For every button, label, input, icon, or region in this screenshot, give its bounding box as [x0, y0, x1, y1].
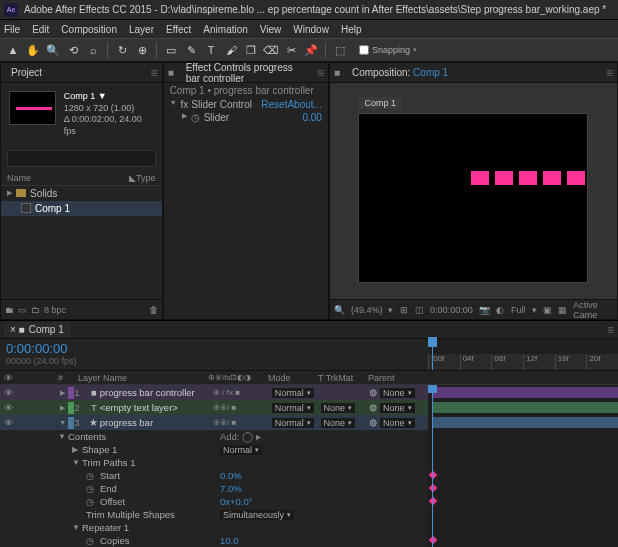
prop-value[interactable]: 0.0%: [220, 470, 242, 481]
channel-icon[interactable]: ◐: [496, 304, 505, 316]
stopwatch-icon[interactable]: ◷: [86, 536, 96, 546]
layer-row[interactable]: 👁 ▶ 1 ■ progress bar controller ⊕ / fx ■…: [0, 385, 428, 400]
col-mode[interactable]: Mode: [268, 373, 318, 383]
project-search-input[interactable]: [7, 150, 156, 167]
bpc-toggle[interactable]: 8 bpc: [44, 305, 66, 315]
resolution-dropdown[interactable]: Full: [511, 305, 526, 315]
tms-dropdown[interactable]: Simultaneously: [220, 510, 294, 520]
snapshot-icon[interactable]: 📷: [479, 304, 490, 316]
prop-group[interactable]: ▼Trim Paths 1: [0, 456, 428, 469]
col-type[interactable]: Type: [136, 173, 156, 183]
mode-dropdown[interactable]: Normal: [272, 388, 314, 398]
timeline-ruler[interactable]: :00f04f08f12f16f20f: [428, 339, 618, 370]
roi-icon[interactable]: ▣: [543, 304, 552, 316]
prop-group[interactable]: ▼Repeater 1: [0, 521, 428, 534]
prop-offset[interactable]: ◷Offset0x+0.0°: [0, 495, 428, 508]
camera-dropdown[interactable]: Active Came: [573, 300, 613, 320]
menubar[interactable]: File Edit Composition Layer Effect Anima…: [0, 20, 618, 38]
shape-mode-dropdown[interactable]: Normal: [220, 445, 262, 455]
col-parent[interactable]: Parent: [368, 373, 428, 383]
layer-list[interactable]: 👁 ▶ 1 ■ progress bar controller ⊕ / fx ■…: [0, 385, 428, 547]
parent-dropdown[interactable]: None: [380, 388, 415, 398]
panel-menu-icon[interactable]: ≡: [317, 66, 324, 80]
effect-reset[interactable]: Reset: [261, 99, 287, 110]
keyframe-icon[interactable]: [429, 471, 437, 479]
eraser-tool-icon[interactable]: ⌫: [262, 41, 280, 59]
interpret-icon[interactable]: 🖿: [5, 305, 14, 315]
comp-chip[interactable]: Comp 1: [358, 97, 402, 109]
prop-value[interactable]: 10.0: [220, 535, 239, 546]
selection-tool-icon[interactable]: ▲: [4, 41, 22, 59]
col-trkmat[interactable]: T TrkMat: [318, 373, 368, 383]
text-tool-icon[interactable]: T: [202, 41, 220, 59]
menu-help[interactable]: Help: [341, 24, 362, 35]
timeline-tab[interactable]: × ■ Comp 1: [4, 322, 70, 337]
camera-tool-icon[interactable]: ⌕: [84, 41, 102, 59]
comp-thumbnail[interactable]: [9, 91, 56, 125]
trkmat-dropdown[interactable]: None: [321, 418, 356, 428]
prop-end[interactable]: ◷End7.0%: [0, 482, 428, 495]
transparency-icon[interactable]: ▦: [558, 304, 567, 316]
col-name[interactable]: Name: [7, 173, 129, 183]
mode-dropdown[interactable]: Normal: [272, 403, 314, 413]
parent-dropdown[interactable]: None: [380, 403, 415, 413]
playhead[interactable]: [432, 339, 433, 370]
effect-lock-icon[interactable]: ■: [168, 67, 174, 78]
hand-tool-icon[interactable]: ✋: [24, 41, 42, 59]
col-type-icon[interactable]: ◣: [129, 173, 136, 183]
magnify-icon[interactable]: 🔍: [334, 304, 345, 316]
brush-tool-icon[interactable]: 🖌: [222, 41, 240, 59]
stopwatch-icon[interactable]: ◷: [86, 484, 96, 494]
timeline-tracks[interactable]: [428, 385, 618, 547]
composition-canvas[interactable]: [358, 113, 588, 283]
effect-controls-tab[interactable]: Effect Controls progress bar controller: [180, 60, 311, 86]
time-display[interactable]: 0:00:00:00: [430, 305, 473, 315]
roto-tool-icon[interactable]: ✂: [282, 41, 300, 59]
layer-row[interactable]: 👁 ▶ 2 T <empty text layer> ⊕※/ ■ Normal …: [0, 400, 428, 415]
rotate-tool-icon[interactable]: ↻: [113, 41, 131, 59]
effect-about[interactable]: About...: [287, 99, 321, 110]
menu-effect[interactable]: Effect: [166, 24, 191, 35]
project-items[interactable]: ▶ Solids Comp 1: [1, 186, 162, 299]
grid-icon[interactable]: ⊞: [399, 304, 408, 316]
prop-group[interactable]: ▶Shape 1Normal: [0, 443, 428, 456]
menu-layer[interactable]: Layer: [129, 24, 154, 35]
mode-dropdown[interactable]: Normal: [272, 418, 314, 428]
rect-tool-icon[interactable]: ▭: [162, 41, 180, 59]
orbit-tool-icon[interactable]: ⟲: [64, 41, 82, 59]
prop-value[interactable]: 0x+0.0°: [220, 496, 253, 507]
project-item-folder[interactable]: ▶ Solids: [1, 186, 162, 201]
zoom-tool-icon[interactable]: 🔍: [44, 41, 62, 59]
keyframe-icon[interactable]: [429, 497, 437, 505]
panel-menu-icon[interactable]: ≡: [607, 323, 614, 337]
mask-icon[interactable]: ◫: [415, 304, 424, 316]
fx-badge-icon[interactable]: fx: [181, 99, 189, 110]
menu-composition[interactable]: Composition: [61, 24, 117, 35]
menu-animation[interactable]: Animation: [203, 24, 247, 35]
menu-view[interactable]: View: [260, 24, 282, 35]
slider-param-value[interactable]: 0.00: [302, 112, 321, 123]
clone-tool-icon[interactable]: ❐: [242, 41, 260, 59]
panel-menu-icon[interactable]: ≡: [151, 66, 158, 80]
stopwatch-icon[interactable]: ◷: [86, 497, 96, 507]
prop-copies[interactable]: ◷Copies10.0: [0, 534, 428, 547]
prop-group[interactable]: ▼ContentsAdd: ◯ ▸: [0, 430, 428, 443]
menu-file[interactable]: File: [4, 24, 20, 35]
prop-tms[interactable]: Trim Multiple ShapesSimultaneously: [0, 508, 428, 521]
new-folder-icon[interactable]: 🗀: [31, 305, 40, 315]
composition-tab[interactable]: Composition: Comp 1: [346, 65, 454, 80]
pen-tool-icon[interactable]: ✎: [182, 41, 200, 59]
comp-lock-icon[interactable]: ■: [334, 67, 340, 78]
local-axis-icon[interactable]: ⬚: [331, 41, 349, 59]
effect-name[interactable]: Slider Control: [191, 99, 253, 110]
menu-edit[interactable]: Edit: [32, 24, 49, 35]
keyframe-icon[interactable]: [429, 484, 437, 492]
trkmat-dropdown[interactable]: None: [321, 403, 356, 413]
col-layer-name[interactable]: Layer Name: [78, 373, 208, 383]
playhead-line[interactable]: [432, 385, 433, 547]
keyframe-icon[interactable]: [429, 536, 437, 544]
zoom-value[interactable]: (49.4%): [351, 305, 383, 315]
prop-start[interactable]: ◷Start0.0%: [0, 469, 428, 482]
current-time[interactable]: 0:00:00:00: [6, 341, 422, 356]
stopwatch-icon[interactable]: ◷: [191, 112, 200, 123]
